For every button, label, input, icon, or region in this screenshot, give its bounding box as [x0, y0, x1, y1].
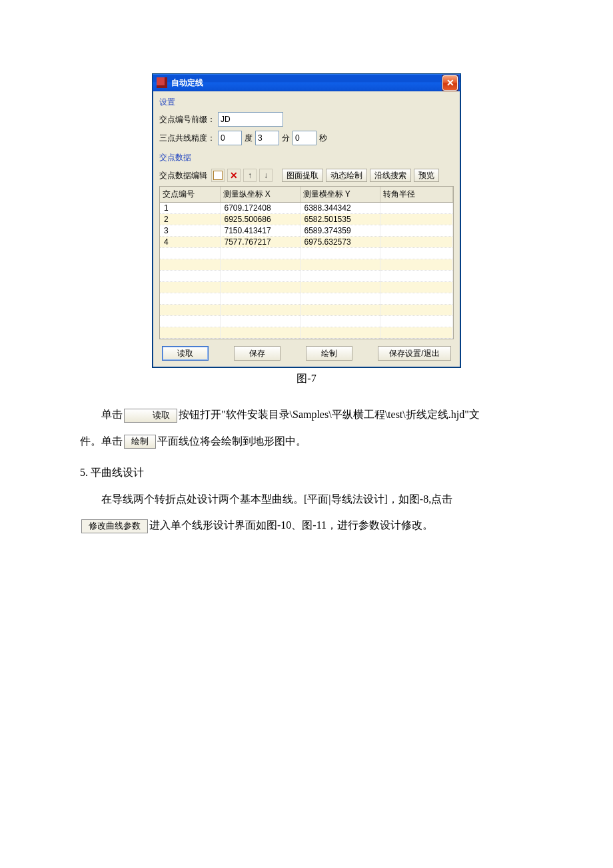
table-cell[interactable]: [220, 293, 300, 305]
table-cell[interactable]: 3: [160, 225, 220, 237]
table-row[interactable]: [160, 282, 453, 293]
save-button[interactable]: 保存: [234, 346, 281, 361]
table-cell[interactable]: 4: [160, 237, 220, 248]
table-cell[interactable]: [160, 259, 220, 271]
table-row[interactable]: 47577.7672176975.632573: [160, 237, 453, 248]
col-r[interactable]: 转角半径: [380, 187, 453, 203]
table-cell[interactable]: 2: [160, 214, 220, 225]
table-cell[interactable]: [300, 293, 380, 305]
draw-button[interactable]: 绘制: [306, 346, 352, 361]
minute-input[interactable]: [255, 131, 279, 145]
table-row[interactable]: [160, 259, 453, 271]
table-cell[interactable]: [380, 305, 453, 316]
table-cell[interactable]: [380, 203, 453, 214]
table-cell[interactable]: [160, 248, 220, 259]
degree-input[interactable]: [218, 131, 242, 145]
inline-modify-params-button: 修改曲线参数: [81, 519, 148, 533]
text: 在导线两个转折点处设计两个基本型曲线。[平面|导线法设计]，如图-8,点击: [80, 488, 533, 511]
table-cell[interactable]: [160, 305, 220, 316]
new-row-button[interactable]: [211, 169, 225, 182]
table-cell[interactable]: [380, 271, 453, 282]
col-x[interactable]: 测量纵坐标 X: [220, 187, 300, 203]
table-row[interactable]: [160, 327, 453, 339]
table-row[interactable]: [160, 305, 453, 316]
read-button[interactable]: 读取: [162, 346, 209, 361]
table-cell[interactable]: [380, 214, 453, 225]
table-cell[interactable]: 1: [160, 203, 220, 214]
titlebar[interactable]: 自动定线 ✕: [153, 74, 460, 91]
table-cell[interactable]: [380, 316, 453, 327]
table-cell[interactable]: [300, 339, 380, 340]
table-cell[interactable]: [220, 248, 300, 259]
table-cell[interactable]: [300, 316, 380, 327]
table-cell[interactable]: [220, 316, 300, 327]
table-cell[interactable]: 6975.632573: [300, 237, 380, 248]
table-cell[interactable]: [300, 248, 380, 259]
move-down-button[interactable]: ↓: [259, 169, 273, 182]
table-cell[interactable]: 6388.344342: [300, 203, 380, 214]
prefix-input[interactable]: [218, 112, 283, 127]
table-cell[interactable]: [160, 293, 220, 305]
figure-caption: 图-7: [297, 372, 316, 386]
table-cell[interactable]: [300, 282, 380, 293]
inline-draw-button: 绘制: [124, 435, 156, 449]
delete-row-button[interactable]: ✕: [227, 169, 241, 182]
table-header-row: 交点编号 测量纵坐标 X 测量横坐标 Y 转角半径: [160, 187, 453, 203]
col-y[interactable]: 测量横坐标 Y: [300, 187, 380, 203]
close-button[interactable]: ✕: [442, 75, 458, 91]
table-cell[interactable]: [380, 327, 453, 339]
edit-label: 交点数据编辑: [159, 170, 207, 181]
new-icon: [213, 171, 223, 180]
extract-button[interactable]: 图面提取: [282, 169, 323, 182]
precision-label: 三点共线精度：: [159, 133, 215, 144]
table-cell[interactable]: 7577.767217: [220, 237, 300, 248]
move-up-button[interactable]: ↑: [243, 169, 257, 182]
col-id[interactable]: 交点编号: [160, 187, 220, 203]
table-cell[interactable]: 6589.374359: [300, 225, 380, 237]
table-cell[interactable]: [380, 259, 453, 271]
table-cell[interactable]: [380, 293, 453, 305]
table-cell[interactable]: 6582.501535: [300, 214, 380, 225]
text: 件。单击: [80, 435, 123, 447]
table-row[interactable]: [160, 339, 453, 340]
table-cell[interactable]: [220, 327, 300, 339]
table-row[interactable]: [160, 316, 453, 327]
table-cell[interactable]: [160, 271, 220, 282]
table-cell[interactable]: [380, 225, 453, 237]
window-title: 自动定线: [171, 77, 203, 89]
table-cell[interactable]: [300, 259, 380, 271]
data-table[interactable]: 交点编号 测量纵坐标 X 测量横坐标 Y 转角半径 16709.17240863…: [159, 186, 454, 339]
table-cell[interactable]: [300, 271, 380, 282]
table-cell[interactable]: [380, 339, 453, 340]
table-cell[interactable]: [220, 282, 300, 293]
preview-button[interactable]: 预览: [414, 169, 439, 182]
search-along-button[interactable]: 沿线搜索: [370, 169, 411, 182]
table-cell[interactable]: [380, 237, 453, 248]
table-cell[interactable]: [220, 305, 300, 316]
table-cell[interactable]: [160, 327, 220, 339]
save-exit-button[interactable]: 保存设置/退出: [378, 346, 451, 361]
table-cell[interactable]: [380, 282, 453, 293]
table-row[interactable]: 16709.1724086388.344342: [160, 203, 453, 214]
table-cell[interactable]: [300, 327, 380, 339]
table-row[interactable]: [160, 248, 453, 259]
table-cell[interactable]: 7150.413417: [220, 225, 300, 237]
table-row[interactable]: [160, 271, 453, 282]
table-cell[interactable]: [220, 271, 300, 282]
table-cell[interactable]: 6709.172408: [220, 203, 300, 214]
table-cell[interactable]: [160, 282, 220, 293]
table-row[interactable]: 37150.4134176589.374359: [160, 225, 453, 237]
table-cell[interactable]: [300, 305, 380, 316]
table-cell[interactable]: [160, 339, 220, 340]
dynamic-draw-button[interactable]: 动态绘制: [326, 169, 367, 182]
table-cell[interactable]: [220, 259, 300, 271]
table-cell[interactable]: [160, 316, 220, 327]
table-cell[interactable]: [220, 339, 300, 340]
auto-alignment-dialog: 自动定线 ✕ 设置 交点编号前缀： 三点共线精度： 度 分: [152, 73, 461, 368]
table-row[interactable]: 26925.5006866582.501535: [160, 214, 453, 225]
table-row[interactable]: [160, 293, 453, 305]
second-input[interactable]: [293, 131, 316, 145]
table-cell[interactable]: [380, 248, 453, 259]
inline-read-button: 读取: [124, 409, 177, 423]
table-cell[interactable]: 6925.500686: [220, 214, 300, 225]
